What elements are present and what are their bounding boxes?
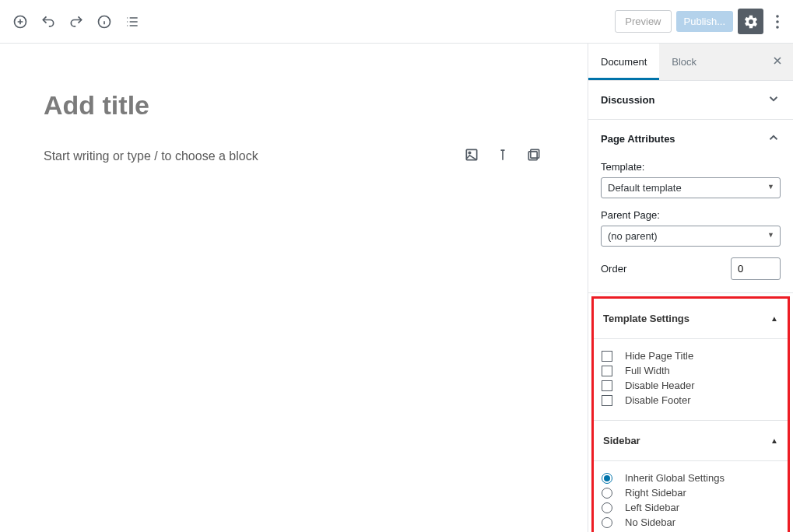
panel-discussion-header[interactable]: Discussion [588, 81, 793, 119]
template-label: Template: [601, 161, 781, 173]
panel-template-settings-header[interactable]: Template Settings ▲ [594, 299, 788, 339]
radio-right-sidebar[interactable]: Right Sidebar [602, 487, 780, 499]
svg-point-4 [776, 26, 779, 29]
radio-icon [602, 488, 612, 499]
tab-document[interactable]: Document [588, 44, 659, 80]
template-select[interactable]: Default template [601, 177, 781, 198]
panel-page-attributes-title: Page Attributes [601, 133, 675, 145]
svg-rect-7 [531, 149, 539, 158]
top-toolbar: Preview Publish... [0, 0, 793, 44]
checkbox-hide-page-title[interactable]: Hide Page Title [602, 350, 780, 362]
svg-rect-8 [528, 152, 537, 160]
checkbox-icon [602, 395, 612, 406]
parent-page-select[interactable]: (no parent) [601, 226, 781, 247]
highlighted-region: Template Settings ▲ Hide Page Title Full… [591, 296, 790, 532]
add-block-button[interactable] [6, 8, 34, 36]
sidebar-tabs: Document Block [588, 44, 793, 81]
publish-button[interactable]: Publish... [676, 11, 733, 32]
info-button[interactable] [90, 8, 118, 36]
checkbox-disable-footer[interactable]: Disable Footer [602, 394, 780, 406]
heading-block-icon[interactable] [495, 147, 511, 166]
checkbox-disable-header[interactable]: Disable Header [602, 380, 780, 391]
panel-page-attributes: Page Attributes Template: Default templa… [588, 120, 793, 293]
redo-button[interactable] [62, 8, 90, 36]
outline-button[interactable] [118, 8, 146, 36]
parent-page-label: Parent Page: [601, 209, 781, 221]
radio-inherit-global[interactable]: Inherit Global Settings [602, 472, 780, 484]
radio-icon [602, 502, 612, 513]
preview-button[interactable]: Preview [615, 10, 671, 33]
panel-sidebar-header[interactable]: Sidebar ▲ [594, 420, 788, 461]
order-input[interactable] [731, 257, 781, 280]
toolbar-left-group [6, 8, 146, 36]
panel-template-settings-body: Hide Page Title Full Width Disable Heade… [594, 339, 788, 420]
svg-point-6 [468, 152, 471, 154]
toolbar-right-group: Preview Publish... [615, 8, 787, 36]
panel-page-attributes-header[interactable]: Page Attributes [588, 120, 793, 158]
panel-discussion-title: Discussion [601, 94, 654, 106]
panel-template-settings-title: Template Settings [603, 313, 689, 324]
radio-left-sidebar[interactable]: Left Sidebar [602, 502, 780, 513]
radio-icon [602, 517, 612, 528]
body-input[interactable]: Start writing or type / to choose a bloc… [44, 149, 258, 163]
panel-discussion: Discussion [588, 81, 793, 120]
triangle-up-icon: ▲ [770, 436, 778, 445]
image-block-icon[interactable] [464, 147, 479, 166]
chevron-down-icon [767, 92, 781, 108]
radio-checked-icon [602, 473, 612, 484]
triangle-up-icon: ▲ [770, 314, 778, 323]
radio-no-sidebar[interactable]: No Sidebar [602, 516, 780, 528]
panel-sidebar-body: Inherit Global Settings Right Sidebar Le… [594, 461, 788, 532]
editor-canvas: Add title Start writing or type / to cho… [0, 44, 588, 532]
undo-button[interactable] [34, 8, 62, 36]
block-inserter-icons [464, 147, 542, 166]
svg-point-2 [776, 15, 779, 18]
checkbox-full-width[interactable]: Full Width [602, 365, 780, 376]
chevron-up-icon [767, 131, 781, 147]
more-options-button[interactable] [768, 8, 787, 36]
settings-sidebar: Document Block Discussion Page Attribute… [588, 44, 793, 532]
tab-block[interactable]: Block [659, 44, 709, 80]
checkbox-icon [602, 366, 612, 376]
order-label: Order [601, 263, 626, 275]
close-sidebar-button[interactable] [771, 54, 784, 70]
svg-point-3 [776, 20, 779, 23]
checkbox-icon [602, 351, 612, 362]
panel-sidebar-title: Sidebar [603, 435, 640, 446]
gallery-block-icon[interactable] [526, 147, 542, 166]
title-input[interactable]: Add title [44, 90, 544, 121]
settings-button[interactable] [738, 9, 763, 34]
checkbox-icon [602, 380, 612, 391]
